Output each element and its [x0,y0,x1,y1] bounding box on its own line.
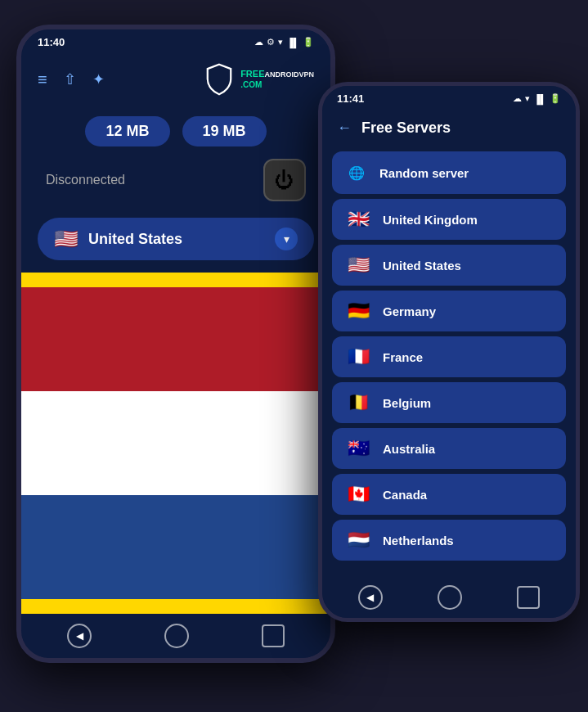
server-item-2[interactable]: 🇺🇸United States [332,245,566,286]
back-button-1[interactable]: ◀ [67,624,92,648]
flag-stripe-white [21,391,330,495]
globe-icon: 🌐 [345,161,368,184]
selected-country-name: United States [88,231,265,248]
flag-stripe-blue [21,495,330,599]
top-nav-1: ≡ ⇧ ✦ FREEANDROIDVPN .COM [21,55,330,104]
country-selector[interactable]: 🇺🇸 United States ▾ [38,218,314,260]
wifi-icon-2: ▾ [525,93,530,104]
server-item-8[interactable]: 🇳🇱Netherlands [332,520,566,561]
time-1: 11:40 [38,36,65,48]
server-name-7: Canada [383,488,427,502]
flag-display [21,287,330,599]
chevron-down-icon: ▾ [275,228,298,250]
back-arrow[interactable]: ← [337,119,352,137]
back-icon-1: ◀ [76,630,83,642]
connection-row: Disconnected ⏻ [21,155,330,214]
home-button-2[interactable] [438,585,462,610]
server-flag-5: 🇧🇪 [345,392,371,413]
bottom-nav-2: ◀ [322,577,576,618]
status-icons-1: ☁ ⚙ ▾ ▐▌ 🔋 [254,37,314,47]
back-icon-2: ◀ [366,592,374,603]
server-item-1[interactable]: 🇬🇧United Kingdom [332,199,566,240]
server-name-0: Random server [379,166,469,180]
flag-border-top [21,273,330,287]
server-flag-8: 🇳🇱 [345,529,371,551]
server-name-1: United Kingdom [383,213,478,227]
cloud-icon-2: ☁ [513,93,522,104]
server-item-6[interactable]: 🇦🇺Australia [332,428,566,469]
power-button[interactable]: ⏻ [263,159,306,201]
upload-stat: 19 MB [182,116,267,146]
time-2: 11:41 [337,92,364,105]
server-name-4: France [383,350,423,364]
flag-stripe-red [21,287,330,391]
shield-svg [203,63,236,96]
flag-border-bottom [21,599,330,614]
server-name-5: Belgium [383,396,431,410]
brand-logo: FREEANDROIDVPN .COM [203,63,314,96]
server-title: Free Servers [361,119,451,137]
signal-icon-2: ▐▌ [533,94,546,104]
server-flag-4: 🇫🇷 [345,346,371,367]
server-flag-6: 🇦🇺 [345,438,371,459]
server-list: 🌐Random server🇬🇧United Kingdom🇺🇸United S… [322,145,576,577]
share-icon[interactable]: ⇧ [64,70,76,88]
status-icons-2: ☁ ▾ ▐▌ 🔋 [513,93,561,104]
selected-flag: 🇺🇸 [54,228,79,250]
brand-domain: .COM [240,80,314,90]
wifi-icon: ▾ [278,37,283,47]
brand-free: FREE [240,69,264,79]
nav-icons-left: ≡ ⇧ ✦ [38,70,105,89]
server-flag-2: 🇺🇸 [345,255,371,276]
favorites-icon[interactable]: ✦ [92,70,105,88]
brand-androidvpn: ANDROIDVPN [264,70,314,79]
home-button-1[interactable] [164,624,189,648]
recent-button-1[interactable] [262,624,285,647]
back-button-2[interactable]: ◀ [358,585,383,610]
server-name-6: Australia [383,442,435,456]
server-name-3: Germany [383,304,436,318]
server-item-4[interactable]: 🇫🇷France [332,336,566,377]
phone1: 11:40 ☁ ⚙ ▾ ▐▌ 🔋 ≡ ⇧ ✦ FR [16,25,335,663]
battery-icon-2: 🔋 [550,93,561,104]
gear-icon: ⚙ [267,37,275,47]
battery-icon: 🔋 [303,37,314,47]
server-item-5[interactable]: 🇧🇪Belgium [332,382,566,423]
status-bar-1: 11:40 ☁ ⚙ ▾ ▐▌ 🔋 [21,29,330,55]
phone2: 11:41 ☁ ▾ ▐▌ 🔋 ← Free Servers 🌐Random se… [318,82,580,622]
server-flag-7: 🇨🇦 [345,484,371,505]
server-header: ← Free Servers [322,111,576,145]
server-item-3[interactable]: 🇩🇪Germany [332,291,566,331]
server-flag-1: 🇬🇧 [345,209,371,230]
signal-icon: ▐▌ [286,38,299,47]
server-flag-3: 🇩🇪 [345,300,371,322]
server-item-0[interactable]: 🌐Random server [332,151,566,194]
server-item-7[interactable]: 🇨🇦Canada [332,474,566,515]
recent-button-2[interactable] [517,586,540,609]
connection-status: Disconnected [46,173,125,187]
data-stats: 12 MB 19 MB [21,104,330,155]
download-stat: 12 MB [85,116,169,146]
status-bar-2: 11:41 ☁ ▾ ▐▌ 🔋 [322,86,576,111]
brand-text: FREEANDROIDVPN .COM [240,69,314,89]
menu-icon[interactable]: ≡ [38,70,47,89]
bottom-nav-1: ◀ [21,614,330,658]
cloud-icon: ☁ [254,37,263,47]
server-name-8: Netherlands [383,534,454,548]
server-name-2: United States [383,259,461,273]
